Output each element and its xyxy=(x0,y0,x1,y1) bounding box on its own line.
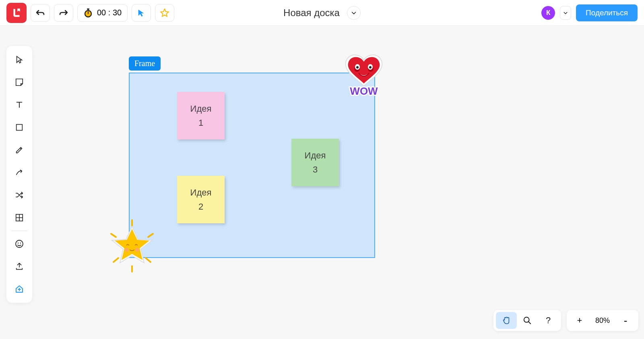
pan-hand-button[interactable] xyxy=(496,312,517,329)
undo-button[interactable] xyxy=(31,4,50,22)
top-bar: 00 : 30 Новая доска К Поделиться xyxy=(0,0,644,26)
templates-tool[interactable] xyxy=(8,206,31,229)
heart-wow-sticker[interactable]: WOW xyxy=(336,49,391,104)
sticker-tool[interactable] xyxy=(8,233,31,255)
redo-button[interactable] xyxy=(54,4,73,22)
sticky-note-2[interactable]: Идея 2 xyxy=(177,176,225,223)
pen-icon xyxy=(15,146,24,154)
svg-line-20 xyxy=(146,258,151,262)
timer-button[interactable]: 00 : 30 xyxy=(77,4,128,22)
shuffle-icon xyxy=(15,191,24,200)
zoom-group: + 80% - xyxy=(567,310,638,331)
text-icon xyxy=(15,100,24,109)
zoom-out-button[interactable]: - xyxy=(615,312,636,329)
bottom-controls: ? + 80% - xyxy=(493,310,638,331)
grid-icon xyxy=(15,213,24,222)
logo-icon xyxy=(11,8,22,18)
svg-point-8 xyxy=(20,243,21,243)
presentation-pointer-button[interactable] xyxy=(132,4,151,22)
square-icon xyxy=(15,123,24,132)
pen-tool[interactable] xyxy=(8,139,31,161)
svg-rect-4 xyxy=(17,125,23,131)
hand-icon xyxy=(502,316,511,325)
note-icon xyxy=(15,78,24,87)
svg-line-24 xyxy=(528,322,531,324)
svg-point-7 xyxy=(18,243,19,243)
text-tool[interactable] xyxy=(8,94,31,116)
search-button[interactable] xyxy=(517,312,538,329)
upload-tool[interactable] xyxy=(8,255,31,278)
board-title[interactable]: Новая доска xyxy=(283,7,340,19)
upload-icon xyxy=(15,262,24,271)
timer-text: 00 : 30 xyxy=(97,8,122,17)
star-icon xyxy=(160,8,169,18)
left-toolbar xyxy=(6,46,32,303)
cursor-icon xyxy=(15,55,24,64)
connector-tool[interactable] xyxy=(8,161,31,184)
chevron-down-icon xyxy=(563,10,568,15)
redo-icon xyxy=(59,9,68,17)
frame-label[interactable]: Frame xyxy=(129,56,161,71)
share-button[interactable]: Поделиться xyxy=(576,4,638,21)
avatar-initial: К xyxy=(546,9,550,17)
svg-point-14 xyxy=(369,66,372,69)
presentation-pointer-icon xyxy=(137,8,146,17)
chevron-down-icon xyxy=(351,10,357,16)
stopwatch-icon xyxy=(83,8,93,18)
undo-icon xyxy=(35,9,45,17)
heart-text: WOW xyxy=(350,85,378,97)
star-sticker-icon xyxy=(104,218,160,274)
add-home-icon xyxy=(14,284,24,294)
emoji-icon xyxy=(14,239,24,249)
sticky-note-3[interactable]: Идея 3 xyxy=(291,139,339,186)
svg-point-6 xyxy=(16,240,23,247)
shape-tool[interactable] xyxy=(8,116,31,139)
svg-rect-1 xyxy=(87,8,89,10)
arrow-curve-icon xyxy=(15,168,24,177)
help-button[interactable]: ? xyxy=(538,312,559,329)
svg-line-19 xyxy=(114,258,118,262)
svg-point-21 xyxy=(125,248,129,252)
heart-sticker-icon: WOW xyxy=(338,50,390,103)
svg-line-17 xyxy=(111,234,116,237)
svg-point-13 xyxy=(356,66,359,69)
svg-point-22 xyxy=(135,248,139,252)
select-tool[interactable] xyxy=(8,48,31,71)
board-title-dropdown[interactable] xyxy=(347,6,361,20)
star-sticker[interactable] xyxy=(104,218,160,274)
sticky-note-1[interactable]: Идея 1 xyxy=(177,92,225,139)
toolbar-separator xyxy=(11,231,27,231)
app-logo[interactable] xyxy=(6,3,27,23)
zoom-level[interactable]: 80% xyxy=(590,316,615,325)
navigation-group: ? xyxy=(493,310,561,331)
zoom-in-button[interactable]: + xyxy=(569,312,590,329)
add-tool[interactable] xyxy=(8,278,31,300)
user-avatar[interactable]: К xyxy=(541,6,555,20)
board-title-wrap: Новая доска xyxy=(283,6,361,20)
favorite-button[interactable] xyxy=(155,4,174,22)
shuffle-tool[interactable] xyxy=(8,184,31,206)
sticky-note-tool[interactable] xyxy=(8,71,31,94)
svg-line-18 xyxy=(148,234,153,237)
header-right: К Поделиться xyxy=(541,4,638,21)
user-menu-dropdown[interactable] xyxy=(560,6,571,20)
search-icon xyxy=(523,316,532,325)
